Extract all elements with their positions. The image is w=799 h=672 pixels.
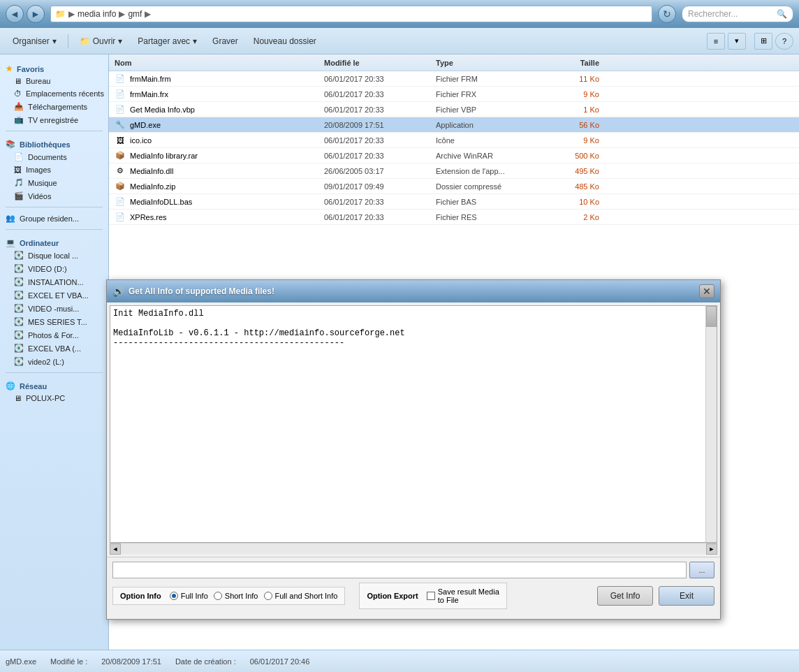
file-path-input[interactable] bbox=[112, 562, 687, 578]
sidebar-item-disque-local[interactable]: 💽 Disque local ... bbox=[0, 249, 108, 262]
table-row[interactable]: 🖼 ico.ico 06/01/2017 20:33 Icône 9 Ko bbox=[109, 133, 799, 148]
hscroll-track[interactable] bbox=[121, 543, 706, 554]
file-size: 9 Ko bbox=[535, 90, 605, 98]
ouvrir-chevron: ▾ bbox=[118, 36, 122, 46]
search-box[interactable]: Rechercher... 🔍 bbox=[682, 6, 793, 22]
table-row[interactable]: ⚙ MediaInfo.dll 26/06/2005 03:17 Extensi… bbox=[109, 163, 799, 179]
videos-label: Vidéos bbox=[28, 192, 51, 200]
sidebar-section-bibliotheques[interactable]: 📚 Bibliothèques bbox=[0, 136, 108, 150]
radio-full-info[interactable]: Full Info bbox=[170, 592, 208, 600]
hscroll-right-button[interactable]: ► bbox=[706, 543, 717, 555]
sidebar-item-telechargements[interactable]: 📥 Téléchargements bbox=[0, 100, 108, 113]
dialog-close-button[interactable]: ✕ bbox=[699, 284, 714, 298]
col-header-type[interactable]: Type bbox=[430, 59, 535, 67]
sidebar-item-instalation[interactable]: 💽 INSTALATION... bbox=[0, 275, 108, 288]
sidebar-section-favoris[interactable]: ★ Favoris bbox=[0, 60, 108, 75]
organiser-label: Organiser bbox=[13, 36, 50, 46]
file-type: Fichier FRM bbox=[430, 75, 535, 83]
groupe-label: Groupe résiden... bbox=[20, 214, 79, 223]
sidebar-item-emplacements[interactable]: ⏱ Emplacements récents bbox=[0, 87, 108, 100]
forward-button[interactable]: ► bbox=[27, 5, 45, 23]
sidebar-item-video-music[interactable]: 💽 VIDEO -musi... bbox=[0, 302, 108, 315]
sidebar-item-images[interactable]: 🖼 Images bbox=[0, 163, 108, 176]
file-size: 11 Ko bbox=[535, 75, 605, 83]
search-placeholder: Rechercher... bbox=[688, 9, 738, 19]
instalation-label: INSTALATION... bbox=[28, 278, 84, 286]
col-header-name[interactable]: Nom bbox=[109, 59, 318, 67]
organiser-button[interactable]: Organiser ▾ bbox=[6, 31, 64, 51]
dialog[interactable]: 🔊 Get All Info of supported Media files!… bbox=[106, 279, 721, 620]
option-info-label: Option Info bbox=[120, 592, 161, 600]
sidebar-item-excel-vba2[interactable]: 💽 EXCEL VBA (... bbox=[0, 342, 108, 355]
file-modified: 06/01/2017 20:33 bbox=[318, 136, 430, 145]
sidebar-section-reseau[interactable]: 🌐 Réseau bbox=[0, 377, 108, 392]
col-header-modified[interactable]: Modifié le bbox=[318, 59, 430, 67]
sidebar-item-video2[interactable]: 💽 video2 (L:) bbox=[0, 355, 108, 368]
dialog-bottom: ... Option Info Full Info Short Info bbox=[107, 557, 720, 619]
get-info-button[interactable]: Get Info bbox=[597, 586, 653, 606]
radio-short-info[interactable]: Short Info bbox=[214, 592, 258, 600]
sidebar-item-polux[interactable]: 🖥 POLUX-PC bbox=[0, 392, 108, 404]
file-size: 1 Ko bbox=[535, 105, 605, 114]
hscroll-left-button[interactable]: ◄ bbox=[110, 543, 121, 555]
view-chevron-button[interactable]: ▾ bbox=[728, 33, 746, 50]
col-header-size[interactable]: Taille bbox=[535, 59, 605, 67]
file-size: 485 Ko bbox=[535, 182, 605, 191]
refresh-button[interactable]: ↻ bbox=[658, 5, 676, 23]
file-name-text: Get Media Info.vbp bbox=[130, 105, 195, 114]
sidebar: ★ Favoris 🖥 Bureau ⏱ Emplacements récent… bbox=[0, 54, 109, 650]
table-row[interactable]: 🔧 gMD.exe 20/08/2009 17:51 Application 5… bbox=[109, 117, 799, 133]
sidebar-item-videos[interactable]: 🎬 Vidéos bbox=[0, 189, 108, 203]
table-row[interactable]: 📄 frmMain.frm 06/01/2017 20:33 Fichier F… bbox=[109, 71, 799, 87]
sidebar-item-musique[interactable]: 🎵 Musique bbox=[0, 176, 108, 189]
sidebar-item-photos[interactable]: 💽 Photos & For... bbox=[0, 328, 108, 342]
radio-short-label: Short Info bbox=[225, 592, 258, 600]
sidebar-item-bureau[interactable]: 🖥 Bureau bbox=[0, 75, 108, 87]
browse-area: ... bbox=[112, 562, 714, 578]
table-row[interactable]: 📦 MediaInfo.zip 09/01/2017 09:49 Dossier… bbox=[109, 179, 799, 194]
back-button[interactable]: ◄ bbox=[6, 5, 24, 23]
dialog-scrollbar-vertical[interactable] bbox=[705, 306, 717, 542]
ouvrir-button[interactable]: 📁 Ouvrir ▾ bbox=[73, 31, 130, 51]
ordinateur-label: Ordinateur bbox=[20, 239, 59, 247]
disque-icon: 💽 bbox=[14, 251, 24, 260]
table-row[interactable]: 📄 Get Media Info.vbp 06/01/2017 20:33 Fi… bbox=[109, 102, 799, 117]
sidebar-item-tv[interactable]: 📺 TV enregistrée bbox=[0, 113, 108, 126]
documents-label: Documents bbox=[28, 153, 67, 161]
file-type: Application bbox=[430, 121, 535, 129]
file-name-text: MediaInfo.zip bbox=[130, 182, 175, 191]
sidebar-item-groupe[interactable]: 👥 Groupe résiden... bbox=[0, 212, 108, 225]
table-row[interactable]: 📄 MediaInfoDLL.bas 06/01/2017 20:33 Fich… bbox=[109, 194, 799, 210]
video-d-label: VIDEO (D:) bbox=[28, 265, 67, 273]
videos-icon: 🎬 bbox=[14, 191, 24, 200]
checkbox-save-label: Save result Mediato File bbox=[438, 587, 499, 604]
table-row[interactable]: 📄 XPRes.res 06/01/2017 20:33 Fichier RES… bbox=[109, 210, 799, 225]
partager-button[interactable]: Partager avec ▾ bbox=[131, 31, 204, 51]
pane-toggle-button[interactable]: ⊞ bbox=[754, 33, 772, 50]
sidebar-item-excel-vba[interactable]: 💽 EXCEL ET VBA... bbox=[0, 288, 108, 302]
sidebar-section-ordinateur[interactable]: 💻 Ordinateur bbox=[0, 234, 108, 249]
radio-full-short-info[interactable]: Full and Short Info bbox=[264, 592, 338, 600]
table-row[interactable]: 📦 MediaInfo library.rar 06/01/2017 20:33… bbox=[109, 148, 799, 163]
nouveau-dossier-button[interactable]: Nouveau dossier bbox=[247, 31, 323, 51]
telechargements-label: Téléchargements bbox=[28, 103, 87, 111]
graver-button[interactable]: Graver bbox=[205, 31, 245, 51]
address-bar[interactable]: 📁 ▶ media info ▶ gmf ▶ bbox=[50, 6, 652, 22]
sidebar-item-documents[interactable]: 📄 Documents bbox=[0, 150, 108, 163]
table-row[interactable]: 📄 frmMain.frx 06/01/2017 20:33 Fichier F… bbox=[109, 87, 799, 102]
excel-vba-label: EXCEL ET VBA... bbox=[28, 291, 89, 300]
checkbox-save-result[interactable]: Save result Mediato File bbox=[427, 587, 499, 604]
browse-button[interactable]: ... bbox=[689, 562, 714, 578]
dialog-scrollbar-thumb[interactable] bbox=[706, 306, 717, 327]
star-icon: ★ bbox=[6, 64, 13, 73]
file-size: 500 Ko bbox=[535, 152, 605, 160]
reseau-label: Réseau bbox=[20, 382, 47, 390]
view-details-button[interactable]: ≡ bbox=[707, 33, 725, 50]
sidebar-item-mes-series[interactable]: 💽 MES SERIES T... bbox=[0, 315, 108, 328]
exit-button[interactable]: Exit bbox=[659, 586, 714, 606]
help-button[interactable]: ? bbox=[775, 33, 793, 50]
file-name-text: MediaInfo library.rar bbox=[130, 152, 198, 160]
sidebar-item-video-d[interactable]: 💽 VIDEO (D:) bbox=[0, 262, 108, 275]
sidebar-divider-4 bbox=[6, 372, 103, 373]
documents-icon: 📄 bbox=[14, 152, 24, 161]
